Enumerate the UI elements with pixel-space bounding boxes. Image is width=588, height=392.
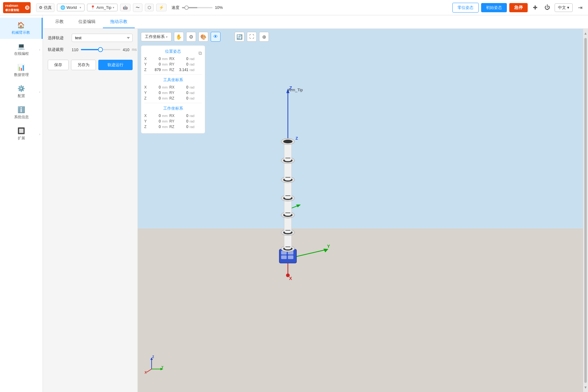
tab-drag-teach[interactable]: 拖动示教 <box>103 16 135 28</box>
pose-section-title: 位置姿态 <box>144 49 202 54</box>
copy-pose-button[interactable]: ⧉ <box>198 51 202 56</box>
sidebar-item-teach[interactable]: 🏠 机械臂示教 <box>0 18 43 39</box>
speed-slider[interactable] <box>182 7 213 8</box>
zero-pose-button[interactable]: 零位姿态 <box>452 3 479 13</box>
svg-text:X: X <box>289 276 292 281</box>
panel-area: 选择轨迹 test 轨迹裁剪 110 410 ms 保存 另存为 轨迹运行 <box>43 29 588 392</box>
traj-min-val: 110 <box>72 47 78 52</box>
traj-max-val: 410 <box>123 47 130 52</box>
svg-text:Z: Z <box>296 136 298 141</box>
database-icon: 📊 <box>17 64 25 71</box>
topbar: realman 睿尔曼智能 R ⚙ 仿真 🌐 World ▾ 📍 Arm_Tip… <box>0 0 588 15</box>
sidebar-item-online-prog-label: 在线编程 <box>14 51 29 56</box>
viewport: 工作坐标系 ▾ ✋ ⚙ 🎨 👁 🔄 ⛶ ⊕ 位置姿态 ⧉ <box>138 29 588 392</box>
chevron-down-icon: ▾ <box>80 6 81 9</box>
coord-system-dropdown[interactable]: 工作坐标系 ▾ <box>141 32 172 41</box>
sidebar-item-data-mgmt-label: 数据管理 <box>14 72 29 77</box>
main-layout: 🏠 机械臂示教 💻 在线编程 › 📊 数据管理 ⚙️ 配置 › ℹ️ 系统信息 … <box>0 15 588 392</box>
pose-y-row: Y 0 mm RY 0 rad <box>144 62 202 66</box>
svg-text:Z: Z <box>152 355 154 359</box>
cube-icon: ⬡ <box>148 5 151 10</box>
sidebar-item-sysinfo[interactable]: ℹ️ 系统信息 <box>0 102 43 123</box>
tab-pose-edit[interactable]: 位姿编辑 <box>71 16 103 28</box>
chevron-right-icon2: › <box>39 90 40 93</box>
select-traj-row: 选择轨迹 test <box>48 34 133 42</box>
arm-tip-icon: 📍 <box>90 5 95 10</box>
trajectory-select[interactable]: test <box>72 34 133 42</box>
pose-z-row: Z 879 mm RZ 3.141 rad <box>144 68 202 72</box>
save-button[interactable]: 保存 <box>48 60 69 70</box>
loop-icon-btn[interactable]: 🔄 <box>235 32 244 42</box>
sidebar-item-data-mgmt[interactable]: 📊 数据管理 <box>0 60 43 81</box>
svg-text:睿尔曼智能: 睿尔曼智能 <box>5 9 19 12</box>
scrollbar[interactable]: ▲ ▼ <box>583 29 588 392</box>
svg-rect-20 <box>288 255 293 259</box>
logo: realman 睿尔曼智能 R <box>3 2 31 13</box>
svg-rect-18 <box>281 255 287 259</box>
content-area: 示教 位姿编辑 拖动示教 选择轨迹 test 轨迹裁剪 110 410 <box>43 15 588 392</box>
chevron-down-icon3: ▾ <box>567 5 569 10</box>
scroll-down-arrow[interactable]: ▼ <box>582 384 588 391</box>
arm-tip-label-3d: Arm_Tip <box>288 88 303 92</box>
power-icon-btn[interactable]: ⏻ <box>542 3 552 13</box>
home-icon: 🏠 <box>17 21 25 29</box>
corner-axes: Z Y X <box>144 355 165 374</box>
language-dropdown[interactable]: 中文 ▾ <box>555 3 573 12</box>
logout-icon: ⇥ <box>578 4 582 11</box>
saveas-button[interactable]: 另存为 <box>71 60 96 70</box>
chevron-right-icon: › <box>39 48 40 51</box>
mode-label: 仿真 <box>44 5 52 10</box>
world-label: World <box>66 5 77 10</box>
paint-icon-btn[interactable]: 🎨 <box>198 32 208 42</box>
speed-control: 速度 10% <box>172 5 223 10</box>
sidebar-item-extend[interactable]: 🔲 扩展 › <box>0 123 43 145</box>
svg-line-60 <box>146 369 152 372</box>
svg-text:R: R <box>26 6 29 9</box>
tool-z-row: Z 0 mm RZ 0 rad <box>144 96 202 100</box>
cube-icon-btn[interactable]: ⬡ <box>145 4 154 11</box>
plus-icon-btn[interactable]: ✚ <box>530 3 540 13</box>
sidebar-item-online-prog[interactable]: 💻 在线编程 › <box>0 39 43 60</box>
settings-icon-btn[interactable]: ⚡ <box>156 4 167 11</box>
pose-x-row: X 0 mm RX 0 rad <box>144 57 202 61</box>
lang-label: 中文 <box>558 5 566 10</box>
scroll-thumb[interactable] <box>584 38 587 383</box>
sidebar-item-config-label: 配置 <box>18 93 25 99</box>
estop-button[interactable]: 急停 <box>509 3 528 12</box>
traj-clip-slider[interactable] <box>81 49 120 50</box>
speed-value: 10% <box>215 5 223 10</box>
robot-icon-btn[interactable]: 🤖 <box>120 4 130 11</box>
chevron-right-icon3: › <box>39 132 40 136</box>
run-trajectory-button[interactable]: 轨迹运行 <box>98 60 133 70</box>
world-icon: 🌐 <box>60 5 65 10</box>
chevron-down-icon2: ▾ <box>113 6 114 9</box>
path-icon: 〜 <box>136 5 140 10</box>
expand-icon-btn[interactable]: ⛶ <box>247 32 257 42</box>
tool-section-title: 工具坐标系 <box>144 77 202 83</box>
init-pose-button[interactable]: 初始姿态 <box>481 3 507 12</box>
svg-text:realman: realman <box>5 4 18 7</box>
tool-y-row: Y 0 mm RY 0 rad <box>144 91 202 95</box>
robot-icon: 🤖 <box>123 5 128 10</box>
svg-text:Y: Y <box>161 366 164 369</box>
world-dropdown[interactable]: 🌐 World ▾ <box>57 4 85 11</box>
joint-icon-btn[interactable]: ⚙ <box>186 32 196 42</box>
eye-icon-btn[interactable]: 👁 <box>211 32 221 42</box>
pose-panel: 位置姿态 ⧉ X 0 mm RX 0 rad Y 0 mm RY <box>141 45 205 134</box>
coord-arrow-icon: ▾ <box>166 35 168 39</box>
action-buttons: 保存 另存为 轨迹运行 <box>48 60 133 70</box>
sidebar-item-extend-label: 扩展 <box>18 136 25 141</box>
path-icon-btn[interactable]: 〜 <box>133 3 142 12</box>
logout-button[interactable]: ⇥ <box>575 3 585 13</box>
svg-marker-9 <box>323 249 328 252</box>
traj-clip-row: 轨迹裁剪 110 410 ms <box>48 47 133 52</box>
mode-select[interactable]: ⚙ 仿真 <box>36 3 55 12</box>
arm-tip-label: Arm_Tip <box>96 5 111 10</box>
tab-teach[interactable]: 示教 <box>48 16 71 28</box>
sidebar-item-config[interactable]: ⚙️ 配置 › <box>0 81 43 102</box>
coord-label: 工作坐标系 <box>145 34 165 40</box>
hand-icon-btn[interactable]: ✋ <box>174 32 184 42</box>
scroll-up-arrow[interactable]: ▲ <box>582 30 588 37</box>
axes-icon-btn[interactable]: ⊕ <box>259 32 269 42</box>
arm-tip-dropdown[interactable]: 📍 Arm_Tip ▾ <box>87 4 118 11</box>
